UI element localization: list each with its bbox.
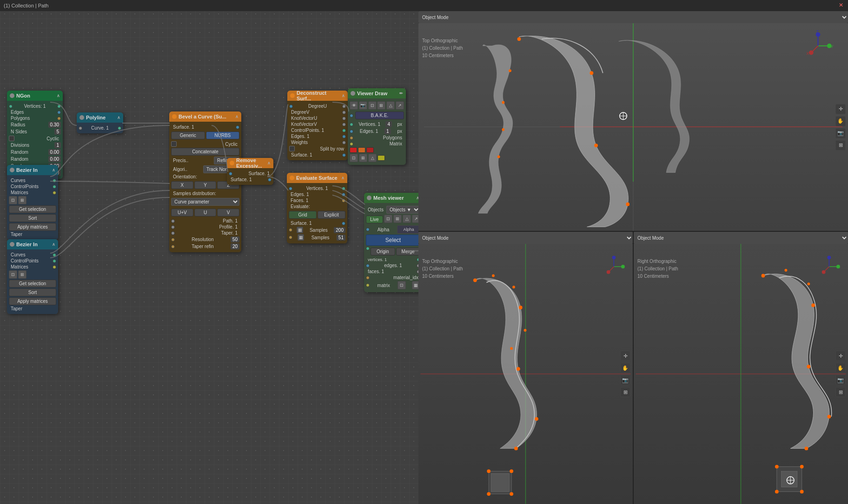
- viewport-top-mode-select[interactable]: Object Mode: [418, 11, 848, 23]
- viewer-icon1[interactable]: ⊡: [350, 154, 358, 162]
- viewer-eye-icon[interactable]: 👁: [350, 101, 358, 110]
- ngon-random2-val[interactable]: 0.00: [48, 156, 61, 162]
- bezier-in-1-apply-matrices[interactable]: Apply matrices: [9, 223, 56, 231]
- mesh-viewer-alpha-icon[interactable]: Alpha: [397, 225, 418, 234]
- viewer-cam-icon[interactable]: 📷: [359, 101, 367, 110]
- viewport-br-mode-select[interactable]: Object Mode: [634, 232, 848, 244]
- tool-bl-camera[interactable]: 📷: [620, 375, 630, 385]
- tool-br-camera[interactable]: 📷: [835, 375, 846, 385]
- bevel-cyclic-check[interactable]: [171, 141, 177, 147]
- remove-excessive-collapse[interactable]: ∧: [267, 161, 271, 165]
- bevel-tapref-value[interactable]: 20: [231, 243, 239, 249]
- bezier-in-1-icon1[interactable]: ⊡: [9, 196, 17, 204]
- ngon-collapse[interactable]: [10, 93, 14, 98]
- mesh-viewer-merge-btn[interactable]: Merge: [396, 248, 419, 255]
- bevel-curve-param-select[interactable]: Curve parameter: [171, 198, 239, 206]
- viewer-color-red2[interactable]: [366, 147, 374, 153]
- tool-camera[interactable]: 📷: [835, 128, 846, 138]
- mesh-viewer-icon2[interactable]: ⊞: [393, 215, 402, 223]
- evaluate-collapse[interactable]: ∧: [341, 176, 344, 180]
- tool-bl-grid[interactable]: ⊞: [620, 387, 630, 397]
- viewer-draw-collapse[interactable]: ✏: [399, 91, 403, 96]
- ngon-header[interactable]: NGon ∧: [7, 91, 63, 101]
- viewer-tri-icon[interactable]: △: [386, 101, 395, 110]
- viewer-icon2[interactable]: ⊞: [359, 154, 367, 162]
- evaluate-header[interactable]: Evaluate Surface ∧: [287, 173, 347, 183]
- viewport-top-scene[interactable]: Y Z X Top Orthographic (1) Collection | …: [418, 23, 848, 231]
- evaluate-samples51-icon[interactable]: ▦: [298, 234, 304, 241]
- bezier-in-2-collapse[interactable]: ∧: [52, 242, 55, 247]
- viewport-top[interactable]: Object Mode | View Select Add Object ⊞ O…: [418, 11, 848, 232]
- tool-grid[interactable]: ⊞: [835, 140, 846, 151]
- bevel-y-btn[interactable]: Y: [194, 181, 217, 189]
- evaluate-grid-btn[interactable]: Grid: [289, 211, 317, 219]
- viewer-color-orange[interactable]: [358, 147, 365, 153]
- deconstruct-collapse[interactable]: ∧: [342, 93, 345, 98]
- bevel-concatenate-btn[interactable]: Concatenate: [171, 148, 239, 156]
- mesh-viewer-matrix-icon[interactable]: ⊡: [398, 281, 406, 289]
- polyline-header[interactable]: Polyline ∧: [77, 112, 123, 123]
- mesh-viewer-origin-btn[interactable]: Origin: [371, 248, 395, 255]
- bezier-in-2-icon2[interactable]: ⊞: [18, 270, 26, 279]
- viewer-bake-btn[interactable]: B.A.K.E.: [355, 111, 404, 119]
- bevel-v-btn[interactable]: V: [217, 209, 239, 216]
- deconstruct-split-check[interactable]: [289, 146, 295, 151]
- viewer-verts-val[interactable]: 4: [385, 121, 392, 127]
- ngon-nsides-value[interactable]: 5: [54, 129, 61, 135]
- bezier-in-1-get-selection[interactable]: Get selection: [9, 205, 56, 213]
- viewer-color-yellow[interactable]: [378, 155, 385, 161]
- bezier-in-2-get-selection[interactable]: Get selection: [9, 280, 56, 288]
- viewer-color-red[interactable]: [350, 147, 357, 153]
- bezier-in-1-header[interactable]: Bezier In ∧: [7, 165, 58, 175]
- bevel-curve-header[interactable]: Bevel a Curve (Su... ∧: [169, 111, 241, 122]
- viewer-dots-icon[interactable]: ⊡: [368, 101, 377, 110]
- mesh-viewer-select-btn[interactable]: Select: [366, 235, 418, 246]
- tool-br-grid[interactable]: ⊞: [835, 387, 846, 397]
- ngon-divisions-value[interactable]: 1: [54, 142, 61, 148]
- remove-excessive-header[interactable]: Remove Excessiv... ∧: [227, 158, 273, 168]
- evaluate-samples200-icon[interactable]: ▦: [297, 227, 303, 233]
- viewer-icon3[interactable]: △: [368, 154, 377, 162]
- polyline-collapse[interactable]: ∧: [117, 115, 120, 120]
- bevel-nurbs-btn[interactable]: NURBS: [206, 131, 240, 139]
- ngon-random1-val[interactable]: 0.00: [48, 149, 61, 155]
- tool-bl-cursor[interactable]: ✛: [620, 351, 630, 361]
- bevel-generic-btn[interactable]: Generic: [171, 131, 205, 139]
- viewport-bottom-left[interactable]: Object Mode | View Select Add Object: [418, 232, 634, 504]
- viewport-br-scene[interactable]: Right Orthographic (1) Collection | Path…: [634, 244, 848, 504]
- viewer-arr-icon[interactable]: ↗: [396, 101, 404, 110]
- bezier-in-2-sort[interactable]: Sort: [9, 288, 56, 296]
- bezier-in-2-icon1[interactable]: ⊡: [9, 270, 17, 279]
- ngon-collapse-btn[interactable]: ∧: [57, 93, 60, 98]
- mesh-viewer-live-btn[interactable]: Live: [366, 216, 383, 223]
- viewport-bl-scene[interactable]: Top Orthographic (1) Collection | Path 1…: [418, 244, 633, 504]
- deconstruct-header[interactable]: Deconstruct Surf... ∧: [287, 91, 348, 101]
- bevel-x-btn[interactable]: X: [171, 181, 193, 189]
- viewer-grid-icon[interactable]: ⊞: [377, 101, 385, 110]
- mesh-viewer-objects-select[interactable]: Objects ▼: [386, 206, 418, 214]
- mesh-viewer-header[interactable]: Mesh viewer ∧: [364, 193, 418, 203]
- mesh-viewer-icon3[interactable]: △: [403, 215, 411, 223]
- mesh-viewer-matrix-icon2[interactable]: ▦: [412, 281, 418, 289]
- bezier-in-1-icon2[interactable]: ⊞: [18, 196, 26, 204]
- viewport-bottom-right[interactable]: Object Mode | View Select Add Object: [634, 232, 848, 504]
- bevel-curve-collapse[interactable]: ∧: [235, 114, 238, 119]
- bevel-uv-btn[interactable]: U+V: [171, 209, 193, 216]
- ngon-cyclic-check[interactable]: [9, 136, 14, 141]
- evaluate-samples200-value[interactable]: 200: [334, 227, 345, 233]
- mesh-viewer-icon4[interactable]: ↗: [412, 215, 418, 223]
- tool-bl-move[interactable]: ✋: [620, 363, 630, 373]
- viewport-close-icon[interactable]: ✕: [839, 2, 843, 8]
- viewer-draw-header[interactable]: Viewer Draw ✏: [348, 88, 406, 98]
- bevel-res-value[interactable]: 50: [231, 236, 239, 242]
- bezier-in-2-apply-matrices[interactable]: Apply matrices: [9, 297, 56, 305]
- bezier-in-2-header[interactable]: Bezier In ∧: [7, 239, 58, 249]
- node-editor[interactable]: NGon ∧ Vertices: 1 Edges Polygons: [0, 0, 418, 504]
- bevel-u-btn[interactable]: U: [194, 209, 217, 216]
- mesh-viewer-icon1[interactable]: ⊡: [384, 215, 392, 223]
- ngon-radius-value[interactable]: 0.30: [48, 122, 61, 128]
- evaluate-samples51-value[interactable]: 51: [337, 235, 345, 241]
- bezier-in-1-sort[interactable]: Sort: [9, 214, 56, 222]
- tool-br-cursor[interactable]: ✛: [835, 351, 846, 361]
- tool-br-move[interactable]: ✋: [835, 363, 846, 373]
